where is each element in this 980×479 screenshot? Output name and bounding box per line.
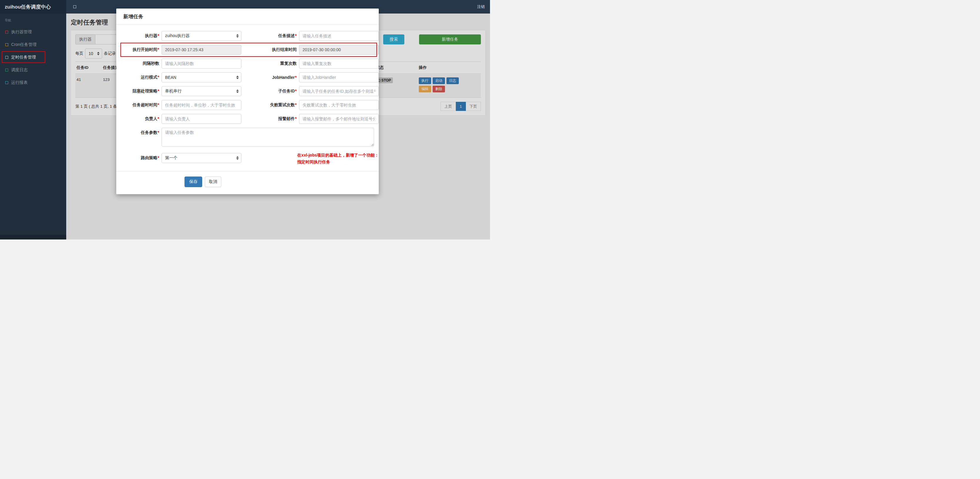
form-row-4: 运行模式* BEAN JobHandler* [118,72,379,83]
executor-select[interactable]: zuihou执行器 [162,31,241,41]
form-row-9: 路由策略* 第一个 在xxl-jobs项目的基础上，新增了一个功能： 指定时间执… [118,150,379,166]
run-mode-select-value: BEAN [165,75,176,80]
form-row-5: 阻塞处理策略* 单机串行 子任务ID* [118,86,379,96]
fail-retry-label: 失败重试次数* [244,102,297,108]
block-strategy-label: 阻塞处理策略* [118,89,159,94]
owner-input[interactable] [162,114,241,124]
form-row-7: 负责人* 报警邮件* [118,114,379,124]
add-task-modal: 新增任务 执行器* zuihou执行器 任务描述* 执行开始时间* 执行结束时间… [116,8,379,194]
modal-header: 新增任务 [116,8,379,24]
job-param-label: 任务参数* [118,128,159,135]
select-caret-icon [236,76,239,79]
select-caret-icon [236,89,239,93]
form-row-2: 执行开始时间* 执行结束时间 [118,45,379,55]
form-row-8: 任务参数* [118,128,379,146]
route-strategy-label: 路由策略* [118,155,159,161]
route-strategy-select-value: 第一个 [165,155,177,161]
feature-note-line-2: 指定时间执行任务 [297,159,379,166]
fail-retry-input[interactable] [299,100,379,110]
save-button[interactable]: 保存 [185,177,202,187]
child-job-label: 子任务ID* [244,89,297,94]
form-row-3: 间隔秒数 重复次数 [118,59,379,68]
timeout-input[interactable] [162,100,241,110]
feature-note: 在xxl-jobs项目的基础上，新增了一个功能： 指定时间执行任务 [297,150,379,166]
alarm-email-label: 报警邮件* [244,116,297,121]
modal-title: 新增任务 [123,14,143,19]
repeat-input[interactable] [299,59,379,68]
alarm-email-input[interactable] [299,114,379,124]
timeout-label: 任务超时时间* [118,102,159,108]
job-handler-input[interactable] [299,72,379,83]
modal-footer: 保存 取消 [116,171,379,194]
cancel-button[interactable]: 取消 [205,177,221,187]
feature-note-line-1: 在xxl-jobs项目的基础上，新增了一个功能： [297,152,379,159]
job-desc-input[interactable] [299,31,379,41]
repeat-label: 重复次数 [244,61,297,66]
job-param-textarea[interactable] [162,128,374,146]
block-strategy-select[interactable]: 单机串行 [162,86,241,96]
owner-label: 负责人* [118,116,159,121]
modal-body: 执行器* zuihou执行器 任务描述* 执行开始时间* 执行结束时间 间隔秒数… [116,24,379,166]
interval-input[interactable] [162,59,241,68]
run-mode-select[interactable]: BEAN [162,72,241,83]
child-job-input[interactable] [299,86,379,96]
select-caret-icon [236,156,239,160]
interval-label: 间隔秒数 [118,61,159,66]
job-desc-label: 任务描述* [244,33,297,38]
run-mode-label: 运行模式* [118,75,159,80]
form-row-1: 执行器* zuihou执行器 任务描述* [118,31,379,41]
route-strategy-select[interactable]: 第一个 [162,153,241,163]
end-time-input[interactable] [299,45,379,55]
executor-select-value: zuihou执行器 [165,33,189,38]
end-time-label: 执行结束时间 [244,47,297,53]
form-row-6: 任务超时时间* 失败重试次数* [118,100,379,110]
select-caret-icon [236,34,239,38]
job-handler-label: JobHandler* [244,75,297,80]
executor-label: 执行器* [118,33,159,38]
block-strategy-select-value: 单机串行 [165,89,181,94]
start-time-input[interactable] [162,45,241,55]
start-time-label: 执行开始时间* [118,47,159,53]
